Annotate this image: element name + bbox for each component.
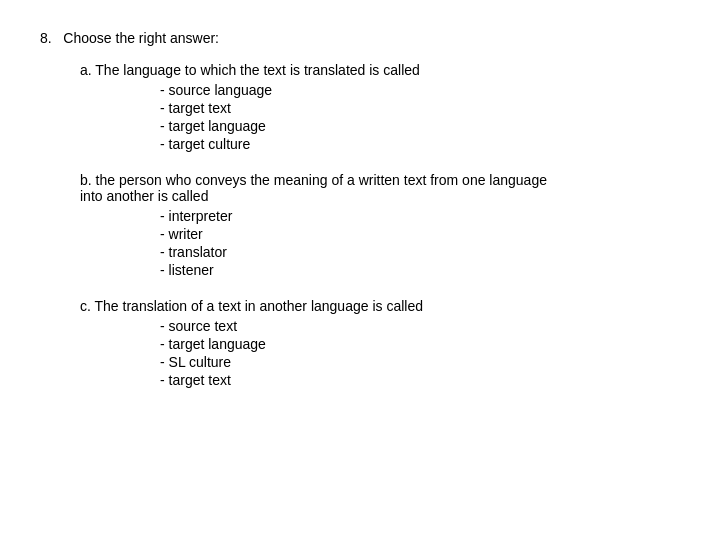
list-item: - source text — [160, 318, 680, 334]
list-item: - target text — [160, 100, 680, 116]
sub-b-line1: the person who conveys the meaning of a … — [96, 172, 547, 188]
sub-a-label: a. — [80, 62, 95, 78]
sub-c-body: The translation of a text in another lan… — [95, 298, 423, 314]
sub-a-options: - source language - target text - target… — [160, 82, 680, 152]
list-item: - target language — [160, 118, 680, 134]
sub-question-b: b. the person who conveys the meaning of… — [80, 172, 680, 278]
sub-c-label: c. — [80, 298, 95, 314]
page-content: 8. Choose the right answer: a. The langu… — [0, 0, 720, 438]
sub-b-options: - interpreter - writer - translator - li… — [160, 208, 680, 278]
sub-b-text: b. the person who conveys the meaning of… — [80, 172, 680, 204]
question-number-label: 8. — [40, 30, 52, 46]
sub-b-line2: into another is called — [80, 188, 208, 204]
list-item: - translator — [160, 244, 680, 260]
sub-a-body: The language to which the text is transl… — [95, 62, 420, 78]
sub-question-a: a. The language to which the text is tra… — [80, 62, 680, 152]
list-item: - SL culture — [160, 354, 680, 370]
list-item: - target language — [160, 336, 680, 352]
question-instruction: Choose the right answer: — [63, 30, 219, 46]
list-item: - target culture — [160, 136, 680, 152]
sub-c-options: - source text - target language - SL cul… — [160, 318, 680, 388]
list-item: - listener — [160, 262, 680, 278]
list-item: - target text — [160, 372, 680, 388]
list-item: - writer — [160, 226, 680, 242]
question-header: 8. Choose the right answer: — [40, 30, 680, 46]
list-item: - interpreter — [160, 208, 680, 224]
sub-question-c: c. The translation of a text in another … — [80, 298, 680, 388]
sub-b-label: b. — [80, 172, 96, 188]
sub-a-text: a. The language to which the text is tra… — [80, 62, 680, 78]
list-item: - source language — [160, 82, 680, 98]
sub-c-text: c. The translation of a text in another … — [80, 298, 680, 314]
